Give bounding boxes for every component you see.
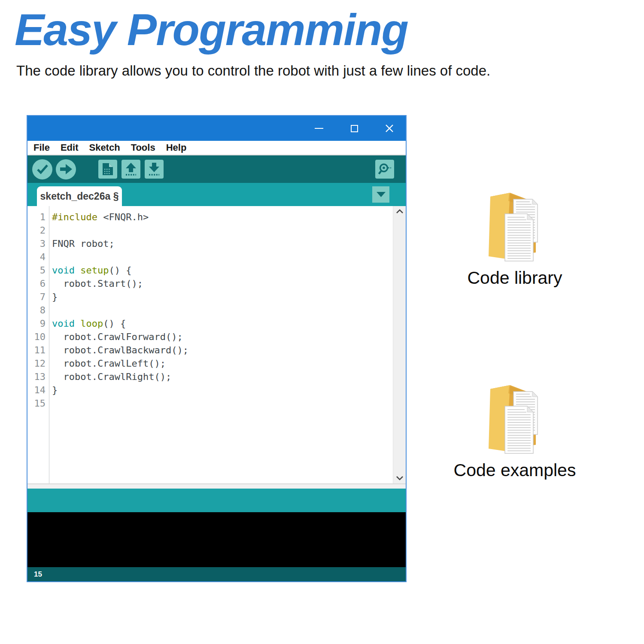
folder-label: Code library xyxy=(467,268,562,288)
code-text: FNQR robot; xyxy=(52,237,115,250)
maximize-icon xyxy=(351,125,358,132)
line-number: 1 xyxy=(27,210,46,224)
line-number: 4 xyxy=(27,250,46,264)
code-line: 6 robot.Start(); xyxy=(27,277,393,290)
line-number: 2 xyxy=(27,224,46,237)
window-controls xyxy=(314,116,395,141)
vertical-scrollbar[interactable] xyxy=(393,206,406,483)
folder-code-library[interactable]: Code library xyxy=(437,190,592,288)
page-subtitle: The code library allows you to control t… xyxy=(16,63,490,79)
line-number: 12 xyxy=(27,357,46,370)
code-line: 4 xyxy=(27,250,393,264)
line-indicator: 15 xyxy=(34,570,42,579)
folder-documents-icon xyxy=(483,190,547,263)
code-text: robot.CrawlRight(); xyxy=(52,370,171,383)
close-icon xyxy=(385,124,394,133)
verify-icon xyxy=(36,164,49,174)
close-button[interactable] xyxy=(384,123,395,134)
line-number: 14 xyxy=(27,383,46,397)
minimize-button[interactable] xyxy=(314,123,324,134)
menu-help[interactable]: Help xyxy=(166,142,187,153)
code-text: void setup() { xyxy=(52,264,131,277)
upload-button[interactable] xyxy=(56,159,76,179)
new-sketch-icon xyxy=(102,163,113,176)
code-line: 3 FNQR robot; xyxy=(27,237,393,250)
open-icon xyxy=(125,163,137,176)
code-line: 8 xyxy=(27,304,393,317)
code-line: 15 xyxy=(27,397,393,410)
code-text: robot.CrawlBackward(); xyxy=(52,343,188,357)
save-icon xyxy=(148,163,160,176)
verify-button[interactable] xyxy=(32,159,52,179)
maximize-button[interactable] xyxy=(349,123,359,134)
editor: 1 #include <FNQR.h> 2 3 FNQR robot; xyxy=(27,206,406,483)
console-output xyxy=(27,512,406,567)
line-number: 6 xyxy=(27,277,46,290)
line-number: 10 xyxy=(27,330,46,343)
serial-monitor-icon xyxy=(378,162,392,176)
line-number: 13 xyxy=(27,370,46,383)
menu-file[interactable]: File xyxy=(33,142,50,153)
line-number: 9 xyxy=(27,317,46,330)
scroll-up-icon[interactable] xyxy=(396,209,404,214)
tab-dropdown-icon xyxy=(377,192,386,197)
new-sketch-button[interactable] xyxy=(98,160,117,179)
menubar: File Edit Sketch Tools Help xyxy=(27,141,406,155)
save-button[interactable] xyxy=(145,160,164,179)
code-line: 2 xyxy=(27,224,393,237)
line-number: 7 xyxy=(27,290,46,304)
code-line: 10 robot.CrawlForward(); xyxy=(27,330,393,343)
code-line: 7 } xyxy=(27,290,393,304)
page: Easy Programming The code library allows… xyxy=(0,0,644,644)
folder-documents-icon xyxy=(483,382,547,455)
code-line: 1 #include <FNQR.h> xyxy=(27,210,393,224)
code-text: #include <FNQR.h> xyxy=(52,210,149,224)
minimize-icon xyxy=(315,128,323,129)
code-text: void loop() { xyxy=(52,317,126,330)
menu-edit[interactable]: Edit xyxy=(61,142,79,153)
line-number: 11 xyxy=(27,343,46,357)
code-line: 13 robot.CrawlRight(); xyxy=(27,370,393,383)
line-number: 5 xyxy=(27,264,46,277)
folder-code-examples[interactable]: Code examples xyxy=(437,382,592,480)
code-line: 14 } xyxy=(27,383,393,397)
tab-sketch[interactable]: sketch_dec26a § xyxy=(37,186,122,206)
code-editor[interactable]: 1 #include <FNQR.h> 2 3 FNQR robot; xyxy=(27,206,393,483)
code-text: robot.CrawlLeft(); xyxy=(52,357,166,370)
code-text: } xyxy=(52,290,58,304)
footer-bar: 15 xyxy=(27,567,406,581)
line-number: 15 xyxy=(27,397,46,410)
serial-monitor-button[interactable] xyxy=(375,160,394,179)
tabbar: sketch_dec26a § xyxy=(27,183,406,206)
menu-sketch[interactable]: Sketch xyxy=(89,142,120,153)
folder-label: Code examples xyxy=(454,460,576,480)
code-line: 12 robot.CrawlLeft(); xyxy=(27,357,393,370)
open-button[interactable] xyxy=(122,160,140,179)
code-line: 11 robot.CrawlBackward(); xyxy=(27,343,393,357)
toolbar xyxy=(27,155,406,183)
scroll-down-icon[interactable] xyxy=(396,476,404,480)
code-text: robot.Start(); xyxy=(52,277,143,290)
horizontal-scrollbar[interactable] xyxy=(27,483,406,489)
code-text: robot.CrawlForward(); xyxy=(52,330,183,343)
arduino-ide-window: File Edit Sketch Tools Help xyxy=(27,115,407,582)
status-bar xyxy=(27,489,406,512)
titlebar xyxy=(27,116,406,141)
line-number: 8 xyxy=(27,304,46,317)
upload-icon xyxy=(60,164,72,174)
menu-tools[interactable]: Tools xyxy=(131,142,155,153)
code-text: } xyxy=(52,383,58,397)
tab-dropdown-button[interactable] xyxy=(372,186,389,203)
code-line: 5 void setup() { xyxy=(27,264,393,277)
page-title: Easy Programming xyxy=(15,4,408,55)
code-line: 9 void loop() { xyxy=(27,317,393,330)
line-number: 3 xyxy=(27,237,46,250)
